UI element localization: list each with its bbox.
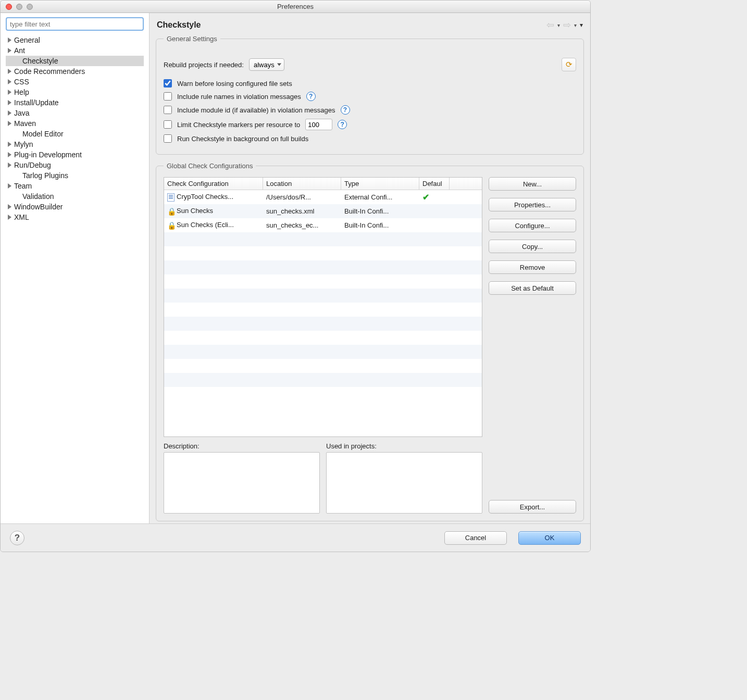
help-button[interactable]: ? <box>10 531 24 545</box>
lock-icon: 🔒 <box>167 221 175 230</box>
expand-icon[interactable] <box>8 142 11 147</box>
expand-icon[interactable] <box>8 48 11 53</box>
sidebar-item-tarlog-plugins[interactable]: Tarlog Plugins <box>6 170 144 181</box>
rebuild-select[interactable]: always <box>249 58 284 71</box>
back-menu-icon[interactable]: ▾ <box>557 22 560 28</box>
sidebar-item-plug-in-development[interactable]: Plug-in Development <box>6 149 144 160</box>
filter-input[interactable] <box>6 17 144 31</box>
cell-location: sun_checks_ec... <box>263 220 341 230</box>
sidebar-item-xml[interactable]: XML <box>6 212 144 222</box>
limit-checkbox[interactable] <box>164 120 172 129</box>
table-row[interactable] <box>164 274 482 289</box>
sidebar-item-java[interactable]: Java <box>6 108 144 118</box>
expand-icon[interactable] <box>8 38 11 43</box>
cell-type: Built-In Confi... <box>341 206 419 216</box>
col-check-configuration[interactable]: Check Configuration <box>164 178 263 190</box>
description-label: Description: <box>164 442 320 450</box>
footer: ? Cancel OK <box>1 523 590 552</box>
expand-icon[interactable] <box>8 183 11 189</box>
remove-button[interactable]: Remove <box>489 260 576 274</box>
col-default[interactable]: Defaul <box>419 178 450 190</box>
expand-icon[interactable] <box>8 69 11 74</box>
sidebar-item-run-debug[interactable]: Run/Debug <box>6 160 144 170</box>
sidebar-item-team[interactable]: Team <box>6 181 144 191</box>
window-title: Preferences <box>1 3 590 10</box>
expand-icon[interactable] <box>8 215 11 220</box>
configure-button[interactable]: Configure... <box>489 219 576 232</box>
help-icon[interactable]: ? <box>338 120 347 129</box>
col-spare <box>450 178 482 190</box>
refresh-button[interactable]: ⟳ <box>562 58 576 71</box>
warn-checkbox[interactable] <box>164 79 172 88</box>
table-row[interactable] <box>164 373 482 387</box>
expand-icon[interactable] <box>8 110 11 116</box>
include-module-checkbox[interactable] <box>164 106 172 114</box>
copy-button[interactable]: Copy... <box>489 240 576 253</box>
expand-icon[interactable] <box>8 204 11 209</box>
col-location[interactable]: Location <box>263 178 341 190</box>
new-button[interactable]: New... <box>489 177 576 191</box>
sidebar-item-label: Code Recommenders <box>14 67 85 76</box>
cancel-button[interactable]: Cancel <box>444 531 507 545</box>
sidebar-item-css[interactable]: CSS <box>6 77 144 87</box>
col-type[interactable]: Type <box>341 178 419 190</box>
table-row[interactable] <box>164 246 482 260</box>
back-icon[interactable]: ⇦ <box>546 19 554 31</box>
sidebar-item-install-update[interactable]: Install/Update <box>6 97 144 108</box>
sidebar-item-validation[interactable]: Validation <box>6 191 144 202</box>
table-row[interactable]: 🔒Sun Checkssun_checks.xmlBuilt-In Confi.… <box>164 204 482 218</box>
titlebar: Preferences <box>1 1 590 13</box>
help-icon[interactable]: ? <box>341 105 350 115</box>
sidebar-item-model-editor[interactable]: Model Editor <box>6 129 144 139</box>
expand-icon[interactable] <box>8 90 11 95</box>
set-default-button[interactable]: Set as Default <box>489 281 576 295</box>
include-rule-label: Include rule names in violation messages <box>177 93 301 101</box>
table-row[interactable]: 🔒Sun Checks (Ecli...sun_checks_ec...Buil… <box>164 218 482 232</box>
main-panel: Checkstyle ⇦▾ ⇨▾ ▾ General Settings Rebu… <box>150 13 590 523</box>
sidebar-item-code-recommenders[interactable]: Code Recommenders <box>6 66 144 77</box>
expand-icon[interactable] <box>8 121 11 126</box>
properties-button[interactable]: Properties... <box>489 198 576 211</box>
expand-icon[interactable] <box>8 100 11 105</box>
export-button[interactable]: Export... <box>489 500 576 514</box>
preference-tree: GeneralAntCheckstyleCode RecommendersCSS… <box>6 35 144 222</box>
sidebar-item-windowbuilder[interactable]: WindowBuilder <box>6 202 144 212</box>
include-rule-checkbox[interactable] <box>164 92 172 101</box>
description-box[interactable] <box>164 452 320 514</box>
include-module-label: Include module id (if available) in viol… <box>177 106 335 114</box>
ok-button[interactable]: OK <box>518 531 581 545</box>
warn-label: Warn before losing configured file sets <box>177 80 292 88</box>
table-row[interactable] <box>164 317 482 331</box>
sidebar-item-label: WindowBuilder <box>14 203 63 211</box>
sidebar-item-general[interactable]: General <box>6 35 144 45</box>
cell-name: Sun Checks (Ecli... <box>177 221 234 229</box>
table-row[interactable]: CrypTool Checks.../Users/dos/R...Externa… <box>164 190 482 204</box>
table-row[interactable] <box>164 331 482 345</box>
forward-menu-icon[interactable]: ▾ <box>574 22 577 28</box>
table-row[interactable] <box>164 303 482 317</box>
cell-default: ✔ <box>419 191 450 203</box>
sidebar-item-ant[interactable]: Ant <box>6 45 144 56</box>
help-icon[interactable]: ? <box>306 92 316 101</box>
expand-icon[interactable] <box>8 162 11 168</box>
expand-icon[interactable] <box>8 152 11 157</box>
sidebar-item-checkstyle[interactable]: Checkstyle <box>6 56 144 66</box>
expand-icon[interactable] <box>8 79 11 84</box>
table-row[interactable] <box>164 232 482 246</box>
table-row[interactable] <box>164 289 482 303</box>
sidebar-item-help[interactable]: Help <box>6 87 144 97</box>
view-menu-icon[interactable]: ▾ <box>580 21 583 29</box>
limit-input[interactable] <box>305 119 332 130</box>
sidebar-item-maven[interactable]: Maven <box>6 118 144 129</box>
used-in-projects-box[interactable] <box>326 452 482 514</box>
sidebar-item-label: General <box>14 36 40 44</box>
table-row[interactable] <box>164 359 482 373</box>
table-row[interactable] <box>164 345 482 359</box>
run-bg-checkbox[interactable] <box>164 134 172 143</box>
forward-icon[interactable]: ⇨ <box>563 19 571 31</box>
table-row[interactable] <box>164 260 482 274</box>
sidebar-item-label: Team <box>14 182 32 190</box>
page-title: Checkstyle <box>157 20 201 30</box>
sidebar-item-mylyn[interactable]: Mylyn <box>6 139 144 149</box>
global-config-legend: Global Check Configurations <box>164 162 256 170</box>
